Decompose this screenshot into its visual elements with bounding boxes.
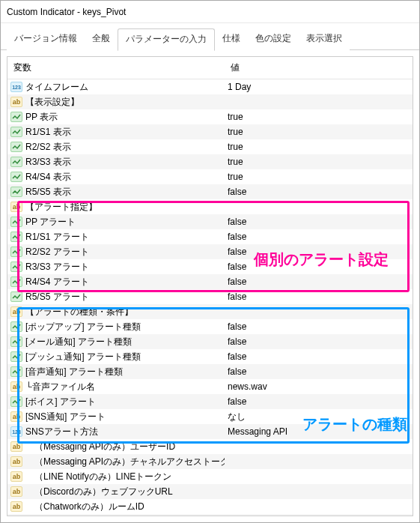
bool-type-icon bbox=[10, 351, 22, 362]
string-type-icon bbox=[10, 411, 22, 422]
param-name-cell: （Messaging APIのみ）チャネルアクセストークン bbox=[7, 456, 225, 468]
number-type-icon bbox=[10, 426, 22, 437]
param-value-cell[interactable]: false bbox=[225, 217, 413, 227]
param-value-cell[interactable]: false bbox=[225, 247, 413, 257]
string-type-icon bbox=[10, 441, 22, 452]
table-row[interactable]: SNSアラート方法Messaging API bbox=[7, 424, 413, 439]
tab-1[interactable]: 全般 bbox=[85, 28, 118, 51]
param-label: （Messaging APIのみ）チャネルアクセストークン bbox=[25, 456, 225, 468]
table-row[interactable]: （Messaging APIのみ）チャネルアクセストークン bbox=[7, 454, 413, 469]
table-row[interactable]: [ボイス] アラートfalse bbox=[7, 394, 413, 409]
table-row[interactable]: 【表示設定】 bbox=[7, 94, 413, 109]
bool-type-icon bbox=[10, 112, 22, 122]
tab-4[interactable]: 色の設定 bbox=[248, 28, 299, 51]
param-name-cell: R1/S1 アラート bbox=[7, 231, 225, 244]
table-row[interactable]: R5/S5 表示false bbox=[7, 184, 413, 199]
param-value-cell[interactable]: true bbox=[225, 127, 413, 137]
table-row[interactable]: PP アラートfalse bbox=[7, 214, 413, 229]
bool-type-icon bbox=[10, 172, 22, 182]
param-value-cell[interactable]: 1 Day bbox=[225, 82, 413, 92]
param-value-cell[interactable]: true bbox=[225, 112, 413, 122]
table-row[interactable]: [メール通知] アラート種類false bbox=[7, 334, 413, 349]
param-label: R3/S3 表示 bbox=[25, 156, 71, 169]
title-bar: Custom Indicator - keys_Pivot bbox=[1, 1, 419, 23]
param-label: [ボイス] アラート bbox=[25, 396, 96, 408]
table-row[interactable]: [ポップアップ] アラート種類false bbox=[7, 319, 413, 334]
column-header-variable[interactable]: 変数 bbox=[7, 57, 225, 79]
param-value-cell[interactable]: true bbox=[225, 157, 413, 167]
param-name-cell: （Chatworkのみ）ルームID bbox=[7, 501, 225, 513]
param-value-cell[interactable]: Messaging API bbox=[225, 426, 413, 437]
number-type-icon bbox=[10, 82, 22, 92]
table-row[interactable]: [音声通知] アラート種類false bbox=[7, 364, 413, 379]
param-label: （Chatworkのみ）APIトークン bbox=[25, 516, 159, 517]
tab-3[interactable]: 仕様 bbox=[215, 28, 248, 51]
param-value-cell[interactable]: false bbox=[225, 232, 413, 242]
table-row[interactable]: [SNS通知] アラートなし bbox=[7, 409, 413, 424]
table-row[interactable]: R3/S3 アラートfalse bbox=[7, 259, 413, 274]
param-value-cell[interactable]: なし bbox=[225, 411, 413, 423]
param-label: [音声通知] アラート種類 bbox=[25, 366, 123, 378]
param-label: R5/S5 表示 bbox=[25, 186, 71, 199]
param-label: 【アラート指定】 bbox=[25, 201, 97, 214]
param-value-cell[interactable]: false bbox=[225, 262, 413, 272]
column-header-value[interactable]: 値 bbox=[225, 57, 413, 79]
param-label: R5/S5 アラート bbox=[25, 291, 89, 303]
param-value-cell[interactable]: true bbox=[225, 172, 413, 182]
bool-type-icon bbox=[10, 276, 22, 287]
param-name-cell: R3/S3 表示 bbox=[7, 156, 225, 169]
table-row[interactable]: 【アラートの種類・条件】 bbox=[7, 304, 413, 319]
table-row[interactable]: └音声ファイル名news.wav bbox=[7, 379, 413, 394]
param-value-cell[interactable]: false bbox=[225, 366, 413, 377]
string-type-icon bbox=[10, 202, 22, 212]
table-row[interactable]: R4/S4 表示true bbox=[7, 169, 413, 184]
param-value-cell[interactable]: true bbox=[225, 142, 413, 152]
param-name-cell: （Messaging APIのみ）ユーザーID bbox=[7, 441, 225, 453]
param-value-cell[interactable]: false bbox=[225, 276, 413, 287]
param-name-cell: R2/S2 アラート bbox=[7, 246, 225, 259]
param-label: タイムフレーム bbox=[25, 81, 88, 94]
table-row[interactable]: R2/S2 アラートfalse bbox=[7, 244, 413, 259]
table-row[interactable]: （Chatworkのみ）APIトークン bbox=[7, 514, 413, 516]
param-value-cell[interactable]: false bbox=[225, 396, 413, 407]
table-row[interactable]: R1/S1 表示true bbox=[7, 124, 413, 139]
table-row[interactable]: （Messaging APIのみ）ユーザーID bbox=[7, 439, 413, 454]
string-type-icon bbox=[10, 486, 22, 497]
param-label: [プッシュ通知] アラート種類 bbox=[25, 351, 141, 363]
param-name-cell: 【アラートの種類・条件】 bbox=[7, 306, 225, 318]
table-row[interactable]: R5/S5 アラートfalse bbox=[7, 289, 413, 304]
table-row[interactable]: [プッシュ通知] アラート種類false bbox=[7, 349, 413, 364]
param-label: R4/S4 アラート bbox=[25, 276, 89, 288]
table-row[interactable]: PP 表示true bbox=[7, 109, 413, 124]
param-value-cell[interactable]: false bbox=[225, 187, 413, 197]
param-value-cell[interactable]: news.wav bbox=[225, 381, 413, 392]
table-row[interactable]: （Discordのみ）ウェブフックURL bbox=[7, 484, 413, 499]
param-value-cell[interactable]: false bbox=[225, 351, 413, 362]
table-row[interactable]: R4/S4 アラートfalse bbox=[7, 274, 413, 289]
param-label: PP アラート bbox=[25, 216, 76, 229]
param-label: R2/S2 表示 bbox=[25, 141, 71, 154]
string-type-icon bbox=[10, 471, 22, 482]
param-name-cell: R1/S1 表示 bbox=[7, 126, 225, 139]
param-label: SNSアラート方法 bbox=[25, 426, 98, 438]
table-row[interactable]: 【アラート指定】 bbox=[7, 199, 413, 214]
param-value-cell[interactable]: false bbox=[225, 321, 413, 332]
table-row[interactable]: R2/S2 表示true bbox=[7, 139, 413, 154]
table-row[interactable]: （Chatworkのみ）ルームID bbox=[7, 499, 413, 514]
tab-0[interactable]: バージョン情報 bbox=[7, 28, 85, 51]
param-value-cell[interactable]: false bbox=[225, 291, 413, 302]
table-row[interactable]: R3/S3 表示true bbox=[7, 154, 413, 169]
param-name-cell: （Chatworkのみ）APIトークン bbox=[7, 516, 225, 517]
table-row[interactable]: タイムフレーム1 Day bbox=[7, 79, 413, 94]
table-row[interactable]: R1/S1 アラートfalse bbox=[7, 229, 413, 244]
bool-type-icon bbox=[10, 247, 22, 257]
param-name-cell: PP 表示 bbox=[7, 111, 225, 124]
param-name-cell: [メール通知] アラート種類 bbox=[7, 336, 225, 348]
tab-5[interactable]: 表示選択 bbox=[299, 28, 350, 51]
tab-2[interactable]: パラメーターの入力 bbox=[118, 28, 215, 51]
param-value-cell[interactable]: false bbox=[225, 336, 413, 347]
bool-type-icon bbox=[10, 396, 22, 407]
param-name-cell: R3/S3 アラート bbox=[7, 261, 225, 273]
table-row[interactable]: （LINE Notifyのみ）LINEトークン bbox=[7, 469, 413, 484]
param-label: [SNS通知] アラート bbox=[25, 411, 106, 423]
